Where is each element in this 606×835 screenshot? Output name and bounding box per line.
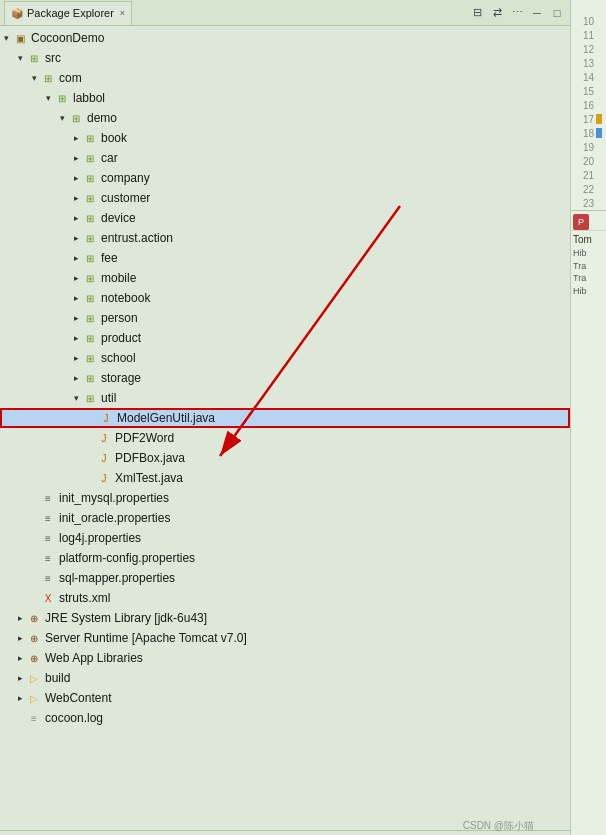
tree-arrow-product[interactable] [70,330,82,346]
tree-arrow-notebook[interactable] [70,290,82,306]
tree-arrow-school[interactable] [70,350,82,366]
tree-item-server[interactable]: ⊕Server Runtime [Apache Tomcat v7.0] [0,628,570,648]
tree-item-webapp[interactable]: ⊕Web App Libraries [0,648,570,668]
tree-arrow-platform_config[interactable] [28,550,40,566]
tree-arrow-struts[interactable] [28,590,40,606]
tree-item-sql_mapper[interactable]: ≡sql-mapper.properties [0,568,570,588]
tree-arrow-log4j[interactable] [28,530,40,546]
ln-row [571,0,606,14]
tree-arrow-com[interactable] [28,70,40,86]
ln-row: 16 [571,98,606,112]
tree-arrow-storage[interactable] [70,370,82,386]
tree-item-mobile[interactable]: ⊞mobile [0,268,570,288]
collapse-all-button[interactable]: ⊟ [468,4,486,22]
tree-arrow-util[interactable] [70,390,82,406]
tree-icon-storage: ⊞ [82,370,98,386]
tree-item-car[interactable]: ⊞car [0,148,570,168]
tree-item-xmltest[interactable]: JXmlTest.java [0,468,570,488]
tree-item-src[interactable]: ⊞src [0,48,570,68]
tree-item-labbol[interactable]: ⊞labbol [0,88,570,108]
file-tree[interactable]: ▣CocoonDemo⊞src⊞com⊞labbol⊞demo⊞book⊞car… [0,26,570,830]
tree-item-struts[interactable]: Xstruts.xml [0,588,570,608]
tree-item-cocoon-demo[interactable]: ▣CocoonDemo [0,28,570,48]
tree-icon-modelgenutil: J [98,410,114,426]
tree-item-webcontent[interactable]: ▷WebContent [0,688,570,708]
tree-label-build: build [45,671,566,685]
tree-arrow-init_mysql[interactable] [28,490,40,506]
tree-item-demo[interactable]: ⊞demo [0,108,570,128]
tree-arrow-fee[interactable] [70,250,82,266]
tree-arrow-pdfbox[interactable] [84,450,96,466]
ln-row: 19 [571,140,606,154]
tab-bar: 📦 Package Explorer × ⊟ ⇄ ⋯ ─ □ [0,0,570,26]
bottom-section [0,830,570,835]
ln-row: 17 [571,112,606,126]
tree-arrow-sql_mapper[interactable] [28,570,40,586]
tree-arrow-cocoon_log[interactable] [14,710,26,726]
tree-item-init_oracle[interactable]: ≡init_oracle.properties [0,508,570,528]
tree-item-notebook[interactable]: ⊞notebook [0,288,570,308]
tree-icon-device: ⊞ [82,210,98,226]
tree-arrow-cocoon-demo[interactable] [0,30,12,46]
tree-item-product[interactable]: ⊞product [0,328,570,348]
tree-label-init_mysql: init_mysql.properties [59,491,566,505]
tree-label-server: Server Runtime [Apache Tomcat v7.0] [45,631,566,645]
tree-arrow-person[interactable] [70,310,82,326]
tree-item-build[interactable]: ▷build [0,668,570,688]
tree-label-xmltest: XmlTest.java [115,471,566,485]
tree-arrow-demo[interactable] [56,110,68,126]
tree-arrow-modelgenutil[interactable] [86,410,98,426]
tree-arrow-car[interactable] [70,150,82,166]
tree-arrow-device[interactable] [70,210,82,226]
tree-icon-webcontent: ▷ [26,690,42,706]
tree-arrow-jre[interactable] [14,610,26,626]
tree-label-jre: JRE System Library [jdk-6u43] [45,611,566,625]
package-explorer-tab[interactable]: 📦 Package Explorer × [4,1,132,25]
tree-arrow-server[interactable] [14,630,26,646]
maximize-button[interactable]: □ [548,4,566,22]
tree-label-sql_mapper: sql-mapper.properties [59,571,566,585]
tree-arrow-company[interactable] [70,170,82,186]
tree-arrow-entrust.action[interactable] [70,230,82,246]
tree-icon-mobile: ⊞ [82,270,98,286]
tree-arrow-xmltest[interactable] [84,470,96,486]
tree-arrow-mobile[interactable] [70,270,82,286]
tree-icon-car: ⊞ [82,150,98,166]
tree-arrow-customer[interactable] [70,190,82,206]
tree-item-cocoon_log[interactable]: ≡cocoon.log [0,708,570,728]
tree-item-com[interactable]: ⊞com [0,68,570,88]
tree-item-person[interactable]: ⊞person [0,308,570,328]
tree-item-school[interactable]: ⊞school [0,348,570,368]
tree-item-device[interactable]: ⊞device [0,208,570,228]
tree-arrow-build[interactable] [14,670,26,686]
tree-item-util[interactable]: ⊞util [0,388,570,408]
tree-icon-customer: ⊞ [82,190,98,206]
tree-arrow-webapp[interactable] [14,650,26,666]
view-menu-button[interactable]: ⋯ [508,4,526,22]
tab-close-button[interactable]: × [120,8,125,18]
tree-icon-fee: ⊞ [82,250,98,266]
tree-item-book[interactable]: ⊞book [0,128,570,148]
tree-arrow-labbol[interactable] [42,90,54,106]
tree-item-fee[interactable]: ⊞fee [0,248,570,268]
tree-item-customer[interactable]: ⊞customer [0,188,570,208]
tree-arrow-pdf2word[interactable] [84,430,96,446]
tree-item-init_mysql[interactable]: ≡init_mysql.properties [0,488,570,508]
link-with-editor-button[interactable]: ⇄ [488,4,506,22]
tree-item-jre[interactable]: ⊕JRE System Library [jdk-6u43] [0,608,570,628]
tree-item-log4j[interactable]: ≡log4j.properties [0,528,570,548]
tree-arrow-init_oracle[interactable] [28,510,40,526]
tree-item-entrust.action[interactable]: ⊞entrust.action [0,228,570,248]
right-panel-text: Tom Hib Tra Tra Hib [571,231,606,299]
tree-item-platform_config[interactable]: ≡platform-config.properties [0,548,570,568]
tree-arrow-src[interactable] [14,50,26,66]
tree-item-pdf2word[interactable]: JPDF2Word [0,428,570,448]
tree-label-customer: customer [101,191,566,205]
tree-arrow-book[interactable] [70,130,82,146]
tree-item-storage[interactable]: ⊞storage [0,368,570,388]
tree-item-pdfbox[interactable]: JPDFBox.java [0,448,570,468]
minimize-button[interactable]: ─ [528,4,546,22]
tree-item-modelgenutil[interactable]: JModelGenUtil.java [0,408,570,428]
tree-arrow-webcontent[interactable] [14,690,26,706]
tree-item-company[interactable]: ⊞company [0,168,570,188]
